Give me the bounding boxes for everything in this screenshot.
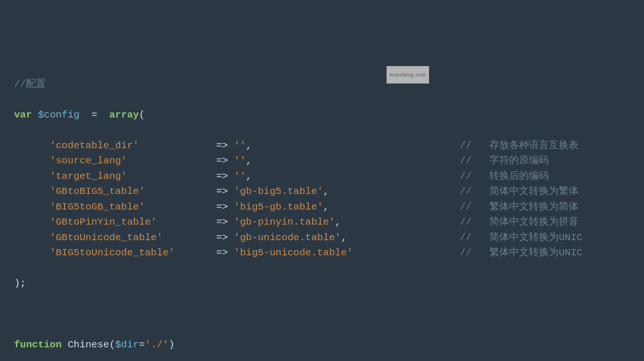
array-value: 'big5-gb.table': [234, 201, 323, 212]
comment-text: 繁体中文转换为UNIC: [471, 247, 582, 258]
line-comment: //: [460, 201, 471, 212]
config-item-line: 'GBtoBIG5_table' => 'gb-big5.table', // …: [14, 184, 644, 200]
array-value: 'gb-big5.table': [234, 186, 323, 197]
keyword-var: var: [14, 109, 32, 120]
config-item-line: 'GBtoPinYin_table' => 'gb-pinyin.table',…: [14, 215, 644, 230]
array-key: 'BIG5toGB_table': [50, 201, 145, 212]
function-name: Chinese: [67, 339, 109, 350]
array-value: 'gb-unicode.table': [234, 232, 341, 243]
line-comment: //: [460, 232, 471, 243]
blank-line: [14, 307, 644, 322]
comment-text: 转换后的编码: [471, 171, 549, 182]
comment-text: 简体中文转换为繁体: [471, 186, 578, 197]
comment-text: 存放各种语言互换表: [471, 140, 578, 151]
config-item-line: 'codetable_dir' => '', // 存放各种语言互换表: [14, 138, 644, 154]
array-key: 'GBtoBIG5_table': [50, 186, 145, 197]
code-line: function Chinese($dir='./'): [14, 337, 644, 353]
array-value: '': [234, 140, 246, 151]
line-comment: //: [460, 140, 471, 151]
line-comment: //: [460, 171, 471, 182]
array-value: '': [234, 171, 246, 182]
line-comment: //: [460, 217, 471, 227]
variable: $config: [38, 109, 79, 120]
code-line: var $config = array(: [14, 108, 644, 123]
parameter: $dir: [115, 339, 139, 350]
comment-text: 字符的原编码: [471, 155, 549, 166]
comment-text: 简体中文转换为拼音: [471, 217, 578, 227]
array-value: 'gb-pinyin.table': [234, 217, 335, 227]
keyword-array: array: [109, 109, 139, 120]
array-key: 'target_lang': [50, 171, 127, 182]
config-item-line: 'GBtoUnicode_table' => 'gb-unicode.table…: [14, 230, 644, 246]
array-key: 'GBtoUnicode_table': [50, 232, 163, 243]
config-item-line: 'BIG5toGB_table' => 'big5-gb.table', // …: [14, 200, 644, 215]
array-key: 'codetable_dir': [50, 140, 139, 151]
line-comment: //: [460, 155, 471, 166]
comment-text: 繁体中文转换为简体: [471, 201, 578, 212]
line-comment: //: [460, 247, 471, 258]
watermark-label: moyublog.com: [387, 66, 429, 84]
line-comment: //: [460, 186, 471, 197]
array-value: '': [234, 155, 246, 166]
config-item-line: 'target_lang' => '', // 转换后的编码: [14, 169, 644, 185]
array-value: 'big5-unicode.table': [234, 247, 353, 258]
config-item-line: 'BIG5toUnicode_table' => 'big5-unicode.t…: [14, 245, 644, 261]
array-key: 'BIG5toUnicode_table': [50, 247, 175, 258]
code-line: );: [14, 276, 644, 292]
code-line: //配置: [14, 77, 644, 92]
config-item-line: 'source_lang' => '', // 字符的原编码: [14, 153, 644, 169]
keyword-function: function: [14, 339, 62, 350]
comment: //配置: [14, 79, 46, 90]
array-key: 'GBtoPinYin_table': [50, 217, 157, 227]
array-key: 'source_lang': [50, 155, 127, 166]
code-editor[interactable]: //配置 var $config = array( 'codetable_dir…: [0, 61, 644, 361]
comment-text: 简体中文转换为UNIC: [471, 232, 582, 243]
